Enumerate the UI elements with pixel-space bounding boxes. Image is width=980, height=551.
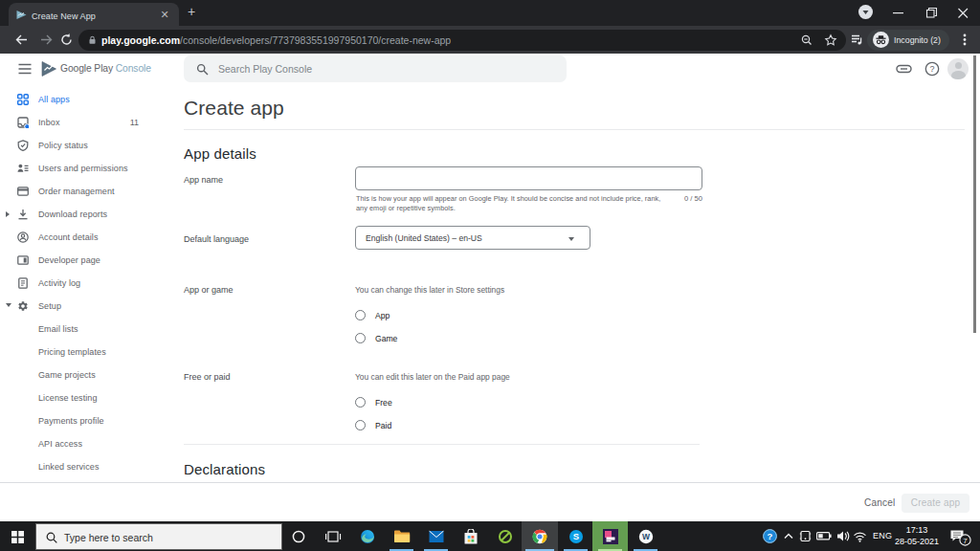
svg-text:S: S: [572, 531, 578, 541]
svg-text:7: 7: [963, 537, 968, 545]
svg-text:W: W: [641, 532, 650, 541]
svg-text:?: ?: [929, 64, 934, 74]
svg-text:?: ?: [768, 531, 773, 541]
